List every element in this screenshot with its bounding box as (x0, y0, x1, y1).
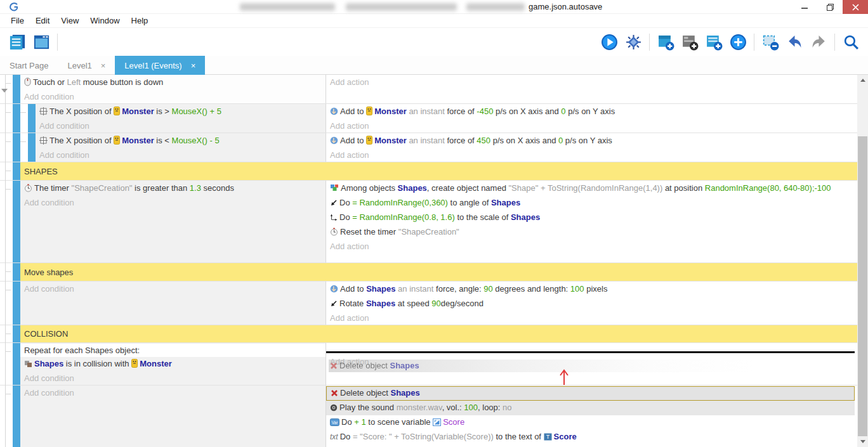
close-tab-icon[interactable]: × (191, 61, 196, 70)
conditions-cell[interactable]: The X position of Monster is < MouseX() … (36, 133, 326, 162)
condition-line[interactable]: The X position of Monster is > MouseX() … (36, 105, 326, 119)
menu-help[interactable]: Help (126, 16, 154, 25)
tab-level1-events[interactable]: Level1 (Events) × (115, 56, 205, 75)
events-sheet[interactable]: Touch or Left mouse button is downAdd co… (0, 75, 857, 447)
condition-line[interactable]: Repeat for each Shapes object: (20, 344, 326, 357)
event-drag-bar[interactable] (13, 104, 20, 133)
event-drag-bar[interactable] (13, 385, 20, 447)
add-action-button[interactable]: Add action (326, 75, 857, 89)
action-line[interactable]: Rotate Shapes at speed 90deg/second (326, 297, 857, 311)
add-condition-button[interactable]: Add condition (20, 282, 326, 295)
event-row[interactable]: The X position of Monster is > MouseX() … (0, 104, 857, 133)
event-row[interactable]: The X position of Monster is < MouseX() … (0, 133, 857, 162)
action-line[interactable]: Add to Monster an instant force of 450 p… (326, 134, 857, 148)
add-action-button[interactable]: Add action (326, 311, 857, 325)
conditions-cell[interactable]: Repeat for each Shapes object:Shapes is … (20, 343, 326, 385)
actions-cell[interactable]: Among objects Shapes, create object name… (326, 181, 857, 262)
event-drag-bar[interactable] (13, 162, 20, 180)
action-line[interactable]: Among objects Shapes, create object name… (326, 181, 857, 196)
event-row[interactable]: Add conditionAdd to Shapes an instant fo… (0, 282, 857, 325)
actions-cell[interactable]: Add action (326, 75, 857, 103)
undo-button[interactable] (784, 32, 805, 52)
action-line[interactable]: Reset the timer "ShapeCreation" (326, 225, 857, 240)
action-line[interactable]: Do = RandomInRange(0,360) to angle of Sh… (326, 196, 857, 211)
actions-cell[interactable]: Add to Shapes an instant force, angle: 9… (326, 282, 857, 325)
menu-edit[interactable]: Edit (30, 16, 55, 25)
action-line[interactable]: VarDo + 1 to scene variable Score (326, 415, 857, 430)
event-drag-bar[interactable] (13, 263, 20, 281)
add-action-button[interactable]: Add action (326, 240, 857, 253)
comment-row[interactable]: SHAPES (0, 162, 857, 181)
redo-button[interactable] (808, 32, 829, 52)
actions-cell[interactable]: Add to Monster an instant force of 450 p… (326, 133, 857, 162)
add-action-button[interactable]: Add actionDelete object Shapes (326, 355, 857, 368)
add-comment-button[interactable] (680, 32, 700, 52)
conditions-cell[interactable]: Add condition (20, 282, 326, 325)
action-line[interactable]: Play the sound monster.wav, vol.: 100, l… (326, 401, 855, 415)
event-drag-bar[interactable] (13, 133, 20, 162)
comment-text[interactable]: Move shapes (20, 263, 857, 281)
comment-row[interactable]: COLLISION (0, 325, 857, 343)
restore-button[interactable] (817, 0, 843, 14)
comment-row[interactable]: Move shapes (0, 263, 857, 282)
add-condition-button[interactable]: Add condition (36, 148, 326, 162)
event-row[interactable]: The timer "ShapeCreation" is greater tha… (0, 181, 857, 263)
scene-editor-button[interactable] (31, 32, 51, 52)
event-row[interactable]: Add conditionDelete object ShapesPlay th… (0, 385, 857, 447)
tab-level1[interactable]: Level1 × (58, 56, 115, 75)
action-line[interactable]: Add to Shapes an instant force, angle: 9… (326, 282, 857, 297)
event-drag-bar[interactable] (13, 325, 20, 342)
add-other-event-button[interactable] (728, 32, 748, 52)
add-action-button[interactable]: Add action (326, 148, 857, 162)
event-drag-bar[interactable] (13, 75, 20, 103)
condition-line[interactable]: The X position of Monster is < MouseX() … (36, 134, 326, 148)
event-row[interactable]: Repeat for each Shapes object:Shapes is … (0, 343, 857, 385)
condition-line[interactable]: Shapes is in collision with Monster (20, 357, 326, 372)
add-event-button[interactable] (655, 32, 676, 52)
remove-event-button[interactable] (760, 32, 780, 52)
actions-cell[interactable]: Add actionDelete object Shapes (326, 343, 857, 385)
action-line[interactable]: Do = RandomInRange(0.8, 1.6) to the scal… (326, 211, 857, 225)
search-button[interactable] (841, 32, 861, 52)
add-action-button[interactable]: Add action (326, 119, 857, 133)
action-line[interactable]: Add to Monster an instant force of -450 … (326, 105, 857, 119)
tab-start-page[interactable]: Start Page (0, 56, 58, 75)
conditions-cell[interactable]: Add condition (20, 385, 326, 447)
minimize-button[interactable] (792, 0, 817, 14)
close-tab-icon[interactable]: × (101, 61, 106, 70)
event-drag-bar[interactable] (13, 343, 20, 385)
comment-text[interactable]: COLLISION (20, 325, 857, 342)
event-drag-bar[interactable] (13, 181, 20, 262)
event-row[interactable]: Touch or Left mouse button is downAdd co… (0, 75, 857, 104)
comment-text[interactable]: SHAPES (20, 162, 857, 180)
condition-line[interactable]: Touch or Left mouse button is down (20, 75, 326, 90)
event-drag-bar[interactable] (13, 282, 20, 325)
conditions-cell[interactable]: The X position of Monster is > MouseX() … (36, 104, 326, 133)
actions-cell[interactable]: Delete object ShapesPlay the sound monst… (326, 385, 857, 447)
add-condition-button[interactable]: Add condition (20, 386, 326, 399)
add-condition-button[interactable]: Add condition (20, 196, 326, 209)
subevent-drag-bar[interactable] (28, 104, 36, 133)
scroll-down-button[interactable] (857, 436, 868, 447)
project-manager-button[interactable] (7, 32, 27, 52)
scroll-up-button[interactable] (857, 75, 868, 86)
add-condition-button[interactable]: Add condition (20, 372, 326, 385)
action-line[interactable]: Delete object Shapes (326, 386, 855, 401)
menu-view[interactable]: View (55, 16, 84, 25)
action-line[interactable]: txtDo = "Score: " + ToString(Variable(Sc… (326, 430, 857, 444)
menu-window[interactable]: Window (84, 16, 125, 25)
close-button[interactable] (843, 0, 868, 14)
conditions-cell[interactable]: The timer "ShapeCreation" is greater tha… (20, 181, 326, 262)
condition-line[interactable]: The timer "ShapeCreation" is greater tha… (20, 181, 326, 196)
conditions-cell[interactable]: Touch or Left mouse button is downAdd co… (20, 75, 326, 103)
expander-icon[interactable] (1, 89, 8, 93)
debug-button[interactable] (623, 32, 643, 52)
vertical-scrollbar[interactable] (857, 75, 868, 447)
add-condition-button[interactable]: Add condition (20, 90, 326, 103)
menu-file[interactable]: File (5, 16, 30, 25)
add-action-button[interactable]: Add action (326, 444, 857, 447)
scrollbar-thumb[interactable] (858, 136, 867, 436)
actions-cell[interactable]: Add to Monster an instant force of -450 … (326, 104, 857, 133)
preview-play-button[interactable] (599, 32, 619, 52)
add-condition-button[interactable]: Add condition (36, 119, 326, 133)
